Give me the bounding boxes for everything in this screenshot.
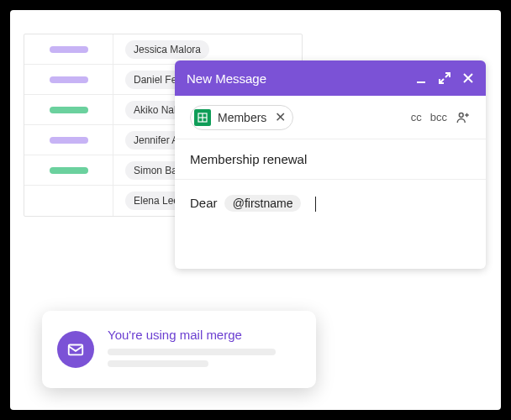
recipients-row[interactable]: Members ✕ cc bcc xyxy=(175,96,486,139)
mail-merge-toast: You're using mail merge xyxy=(42,311,316,388)
message-body[interactable]: Dear @firstname xyxy=(175,180,486,269)
status-pill xyxy=(50,137,88,144)
svg-rect-0 xyxy=(417,81,425,83)
bcc-button[interactable]: bcc xyxy=(430,111,447,123)
svg-rect-7 xyxy=(69,345,83,355)
compose-title: New Message xyxy=(187,71,415,86)
status-pill xyxy=(50,107,88,113)
recipient-tag[interactable]: Members ✕ xyxy=(190,105,293,130)
recipient-tag-label: Members xyxy=(218,111,266,124)
sheets-icon xyxy=(194,109,211,126)
compose-window: New Message Members ✕ cc bcc Member xyxy=(175,60,486,269)
status-pill xyxy=(50,46,88,53)
add-recipient-icon[interactable] xyxy=(456,110,471,125)
compose-header: New Message xyxy=(175,60,486,96)
expand-icon[interactable] xyxy=(439,72,450,84)
mail-merge-icon xyxy=(57,331,94,368)
status-pill xyxy=(50,76,88,83)
svg-point-4 xyxy=(459,113,463,117)
close-icon[interactable] xyxy=(462,72,474,84)
status-pill xyxy=(50,167,88,174)
toast-title: You're using mail merge xyxy=(108,328,301,342)
minimize-icon[interactable] xyxy=(415,72,427,84)
placeholder-line xyxy=(108,349,276,355)
merge-token[interactable]: @firstname xyxy=(224,195,302,212)
remove-tag-icon[interactable]: ✕ xyxy=(273,109,287,125)
subject-field[interactable]: Membership renewal xyxy=(175,139,486,180)
cc-button[interactable]: cc xyxy=(411,111,422,123)
contact-chip[interactable]: Jessica Malora xyxy=(125,40,209,59)
greeting-text: Dear xyxy=(190,196,218,210)
subject-text: Membership renewal xyxy=(190,152,307,166)
text-cursor xyxy=(315,197,316,212)
placeholder-line xyxy=(108,360,208,367)
